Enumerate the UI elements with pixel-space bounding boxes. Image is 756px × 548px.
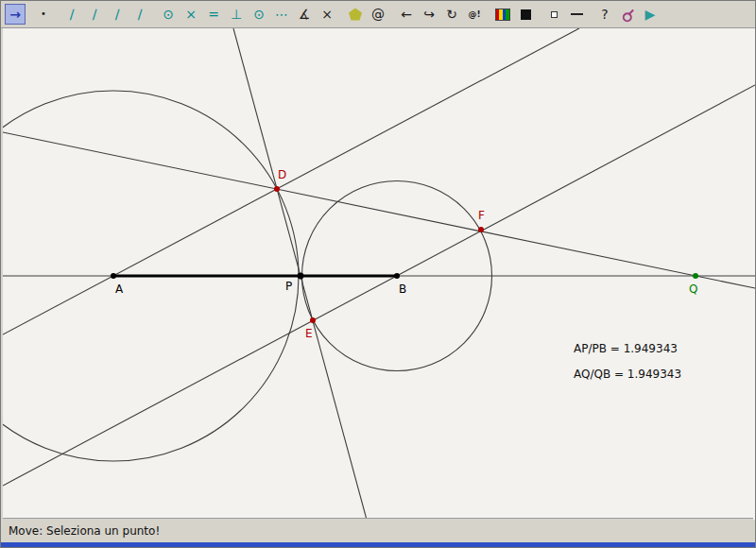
run-macro-icon: @! bbox=[468, 10, 480, 19]
line-width-button[interactable] bbox=[566, 4, 587, 25]
point-Q[interactable] bbox=[693, 273, 698, 279]
hide-object-tool-button[interactable]: × bbox=[317, 4, 337, 25]
point-label-B: B bbox=[399, 283, 406, 296]
redo-icon: ↪ bbox=[423, 8, 435, 21]
color-black-icon bbox=[521, 9, 531, 20]
fixed-circle-icon: ⊙ bbox=[253, 8, 265, 21]
ray-icon: ∕ bbox=[115, 8, 120, 21]
point-tool-button[interactable]: • bbox=[33, 4, 54, 25]
taskbar-edge bbox=[1, 542, 755, 547]
fixed-segment-tool-button[interactable]: ∕ bbox=[129, 4, 150, 25]
angle-icon: ∡ bbox=[299, 8, 311, 21]
point-style-button[interactable] bbox=[543, 4, 564, 25]
line-width-icon bbox=[571, 13, 583, 15]
point-F[interactable] bbox=[478, 227, 484, 232]
parallel-tool-button[interactable]: = bbox=[203, 4, 224, 25]
perpendicular-tool-button[interactable]: ⊥ bbox=[226, 4, 247, 25]
circle-icon: ⊙ bbox=[163, 8, 174, 21]
move-icon: → bbox=[9, 8, 21, 21]
point-D[interactable] bbox=[274, 186, 280, 192]
help-button[interactable]: ? bbox=[594, 4, 615, 25]
settings-key-icon bbox=[617, 4, 637, 24]
point-label-D: D bbox=[278, 168, 286, 181]
color-black-button[interactable] bbox=[515, 4, 536, 25]
point-label-Q: Q bbox=[689, 283, 697, 296]
macro-tool-button[interactable]: @ bbox=[368, 4, 388, 25]
angle-tool-button[interactable]: ∡ bbox=[294, 4, 315, 25]
settings-key-button[interactable] bbox=[617, 4, 638, 25]
geometry-canvas[interactable]: A P B Q D E F AP/PB = 1.949343 AQ/QB = 1… bbox=[3, 28, 755, 520]
measurement-aq-qb[interactable]: AQ/QB = 1.949343 bbox=[574, 368, 681, 381]
fixed-circle-tool-button[interactable]: ⊙ bbox=[249, 4, 269, 25]
rerun-button[interactable]: ↻ bbox=[441, 4, 462, 25]
line-icon: ∕ bbox=[93, 8, 97, 21]
move-tool-button[interactable]: → bbox=[5, 4, 26, 25]
undo-button[interactable]: ← bbox=[396, 4, 417, 25]
toolbar: → • ∕ ∕ ∕ ∕ ⊙ × = ⊥ ⊙ ⋯ ∡ × @ ← ↪ ↻ @! ?… bbox=[1, 1, 755, 28]
status-bar: Move: Seleziona un punto! bbox=[3, 518, 753, 542]
polygon-icon bbox=[349, 9, 362, 21]
hide-object-icon: × bbox=[321, 8, 333, 21]
point-style-icon bbox=[551, 11, 558, 18]
midpoint-tool-button[interactable]: ⋯ bbox=[271, 4, 292, 25]
color-palette-icon bbox=[495, 9, 510, 21]
segment-icon: ∕ bbox=[70, 8, 75, 21]
play-icon: ▶ bbox=[645, 8, 656, 21]
line-tool-button[interactable]: ∕ bbox=[84, 4, 105, 25]
fixed-segment-icon: ∕ bbox=[138, 8, 143, 21]
point-label-F: F bbox=[478, 209, 485, 222]
run-macro-button[interactable]: @! bbox=[464, 4, 485, 25]
app-window: → • ∕ ∕ ∕ ∕ ⊙ × = ⊥ ⊙ ⋯ ∡ × @ ← ↪ ↻ @! ?… bbox=[0, 0, 756, 548]
point-A[interactable] bbox=[111, 273, 116, 279]
color-palette-button[interactable] bbox=[492, 4, 513, 25]
point-E[interactable] bbox=[310, 317, 316, 323]
macro-icon: @ bbox=[371, 8, 385, 21]
point-icon: • bbox=[41, 9, 46, 19]
intersection-icon: × bbox=[185, 8, 197, 21]
segment-tool-button[interactable]: ∕ bbox=[61, 4, 82, 25]
undo-icon: ← bbox=[401, 8, 412, 21]
parallel-icon: = bbox=[208, 8, 219, 21]
status-text: Move: Seleziona un punto! bbox=[9, 524, 160, 538]
point-B[interactable] bbox=[394, 273, 400, 279]
midpoint-icon: ⋯ bbox=[275, 8, 288, 21]
help-icon: ? bbox=[601, 8, 608, 21]
point-label-P: P bbox=[285, 280, 292, 293]
point-label-A: A bbox=[115, 283, 124, 296]
line-through-D-F-Q[interactable] bbox=[3, 132, 755, 288]
point-P[interactable] bbox=[298, 273, 304, 280]
circle-tool-button[interactable]: ⊙ bbox=[158, 4, 179, 25]
polygon-tool-button[interactable] bbox=[345, 4, 366, 25]
measurement-ap-pb[interactable]: AP/PB = 1.949343 bbox=[574, 342, 678, 355]
intersection-tool-button[interactable]: × bbox=[180, 4, 201, 25]
ray-tool-button[interactable]: ∕ bbox=[107, 4, 128, 25]
point-label-E: E bbox=[305, 327, 313, 340]
redo-button[interactable]: ↪ bbox=[419, 4, 439, 25]
rerun-icon: ↻ bbox=[446, 8, 457, 21]
perpendicular-icon: ⊥ bbox=[231, 8, 242, 21]
animate-button[interactable]: ▶ bbox=[640, 4, 661, 25]
